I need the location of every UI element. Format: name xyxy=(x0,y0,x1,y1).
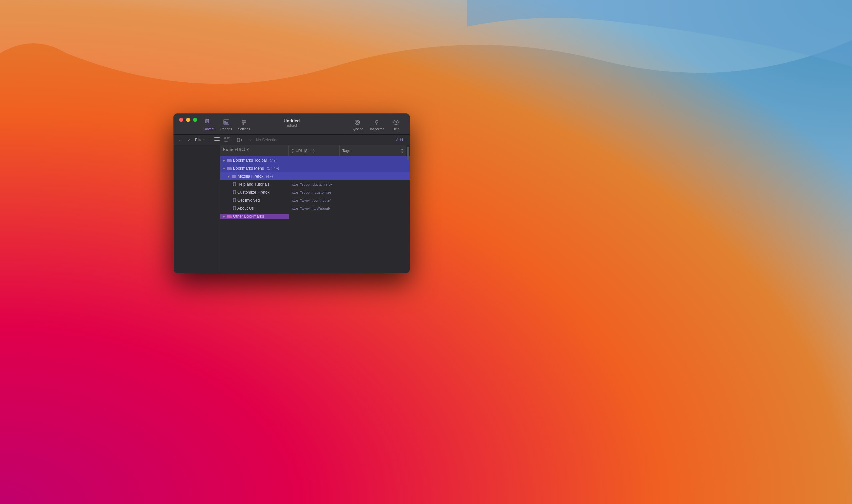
expand-arrow: ▶ xyxy=(223,159,225,162)
check-button[interactable]: ✓ xyxy=(186,137,192,143)
svg-rect-35 xyxy=(232,176,236,176)
table-row[interactable]: Help and Tutorials https://supp...ducts/… xyxy=(220,180,410,188)
svg-rect-29 xyxy=(224,141,228,142)
inspector-label: Inspector xyxy=(370,127,384,131)
app-window: Content Reports xyxy=(173,113,410,273)
svg-rect-1 xyxy=(206,120,208,121)
add-button[interactable]: Add... xyxy=(396,138,406,142)
col-tags-sort: ▲▼ xyxy=(401,147,404,154)
row-name-cell: Help and Tutorials xyxy=(220,182,289,187)
bookmark-icon xyxy=(233,198,236,202)
reports-icon xyxy=(223,119,230,127)
row-name-text: About Us xyxy=(237,206,254,211)
col-url-header[interactable]: ▲▼ URL (Stats) xyxy=(289,145,340,156)
table-row[interactable]: ▶ Bookmarks Toolbar (7 ♦) xyxy=(220,156,410,164)
svg-point-13 xyxy=(243,123,244,125)
row-name-cell: Customize Firefox xyxy=(220,190,289,195)
col-name-header[interactable]: Name (4 § 11 ♦) xyxy=(220,145,289,156)
minimize-button[interactable] xyxy=(186,118,191,122)
row-url-cell: https://www...-US/about/ xyxy=(289,206,343,210)
reports-label: Reports xyxy=(220,127,232,131)
toolbar-content[interactable]: Content xyxy=(200,118,217,132)
row-name-cell: Get Involved xyxy=(220,198,289,203)
svg-rect-33 xyxy=(227,160,231,160)
bookmark-icon xyxy=(233,206,236,210)
row-url-cell: https://supp...ducts/firefox xyxy=(289,182,343,186)
syncing-icon xyxy=(354,119,361,127)
svg-rect-25 xyxy=(224,137,226,139)
table-row[interactable]: ▶ Other Bookmarks xyxy=(220,212,410,220)
svg-point-15 xyxy=(356,121,358,123)
toolbar-reports[interactable]: Reports xyxy=(218,118,235,132)
toolbar-syncing[interactable]: Syncing xyxy=(349,118,366,132)
title-bar: Content Reports xyxy=(174,114,410,135)
compact-view-button[interactable] xyxy=(222,136,232,143)
col-tags-label: Tags xyxy=(342,149,350,153)
window-subtitle: Edited xyxy=(284,123,300,127)
row-name-text: Customize Firefox xyxy=(237,190,270,195)
toolbar-inspector[interactable]: Inspector xyxy=(367,118,386,132)
filter-divider xyxy=(208,137,209,143)
list-view-button[interactable] xyxy=(212,136,222,143)
breadcrumb-icon xyxy=(237,138,243,142)
svg-rect-34 xyxy=(227,168,231,168)
wave-decoration xyxy=(0,0,852,107)
bookmark-icon xyxy=(233,190,236,194)
table-row[interactable]: About Us https://www...-US/about/ xyxy=(220,204,410,212)
row-name-cell: About Us xyxy=(220,206,289,211)
svg-rect-24 xyxy=(214,140,220,141)
svg-point-18 xyxy=(375,120,378,123)
folder-icon xyxy=(227,215,232,218)
svg-rect-27 xyxy=(227,138,229,139)
svg-rect-6 xyxy=(226,122,228,123)
svg-text:?: ? xyxy=(395,121,397,125)
inspector-icon xyxy=(373,119,380,127)
svg-rect-5 xyxy=(224,121,226,123)
check-icon: ✓ xyxy=(188,138,191,142)
col-url-sort-asc: ▲▼ xyxy=(291,147,294,154)
table-row[interactable]: Get Involved https://www.../contribute/ xyxy=(220,196,410,204)
table-row[interactable]: Customize Firefox https://supp...=custom… xyxy=(220,188,410,196)
traffic-lights xyxy=(179,118,197,122)
table-row[interactable]: ▶ Bookmarks Menu (1 § 4 ♦) xyxy=(220,164,410,172)
content-label: Content xyxy=(203,127,214,131)
row-name-text: Bookmarks Menu xyxy=(233,166,264,171)
folder-icon xyxy=(227,167,232,170)
maximize-button[interactable] xyxy=(193,118,197,122)
row-name-cell: ▶ Mozilla Firefox (4 ♦) xyxy=(220,174,289,179)
svg-rect-30 xyxy=(237,138,240,142)
close-button[interactable] xyxy=(179,118,183,122)
view-buttons xyxy=(212,136,232,143)
bookmark-icon xyxy=(233,182,236,186)
dot-icon: ⁘ xyxy=(249,138,252,142)
list-view-icon xyxy=(214,137,220,142)
back-icon: ← xyxy=(178,138,182,142)
svg-rect-26 xyxy=(227,137,230,138)
scroll-track[interactable] xyxy=(406,145,410,156)
row-name-cell: ▶ Other Bookmarks xyxy=(220,214,289,219)
svg-rect-3 xyxy=(206,122,207,123)
svg-rect-22 xyxy=(214,137,220,138)
toolbar-settings[interactable]: Settings xyxy=(235,118,253,132)
toolbar-help[interactable]: ? Help xyxy=(388,118,404,132)
col-tags-header[interactable]: Tags ▲▼ xyxy=(340,145,406,156)
syncing-label: Syncing xyxy=(351,127,363,131)
breadcrumb-button[interactable] xyxy=(236,137,244,143)
table-row[interactable]: ▶ Mozilla Firefox (4 ♦) xyxy=(220,172,410,180)
row-badge: (4 ♦) xyxy=(266,175,273,178)
settings-icon xyxy=(240,119,248,127)
filter-label: Filter xyxy=(195,138,204,142)
svg-point-12 xyxy=(244,122,246,123)
back-button[interactable]: ← xyxy=(177,137,184,143)
svg-rect-28 xyxy=(224,140,230,140)
col-name-badge: (4 § 11 ♦) xyxy=(235,148,249,151)
row-name-text: Help and Tutorials xyxy=(237,182,270,187)
content-icon xyxy=(205,119,212,127)
col-name-label: Name xyxy=(223,147,233,151)
window-title: Untitled xyxy=(284,118,300,123)
expand-arrow: ▶ xyxy=(223,215,225,218)
svg-marker-32 xyxy=(241,139,243,141)
folder-icon xyxy=(232,175,236,178)
content-area: Name (4 § 11 ♦) ▲▼ URL (Stats) Tags ▲▼ xyxy=(174,145,410,273)
row-url-cell: https://supp...=customize xyxy=(289,190,343,194)
